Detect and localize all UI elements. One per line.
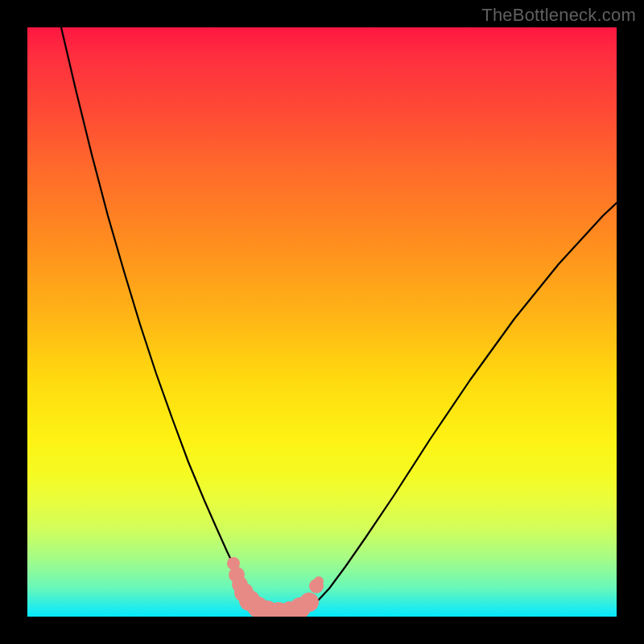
chart-frame: TheBottleneck.com xyxy=(0,0,644,644)
curve-lines xyxy=(61,27,617,614)
bottleneck-curve xyxy=(61,27,617,614)
valley-marker xyxy=(299,592,319,612)
valley-marker xyxy=(314,576,324,586)
curve-markers xyxy=(227,557,324,617)
watermark-text: TheBottleneck.com xyxy=(481,5,636,26)
chart-svg xyxy=(27,27,617,617)
plot-area xyxy=(27,27,617,617)
